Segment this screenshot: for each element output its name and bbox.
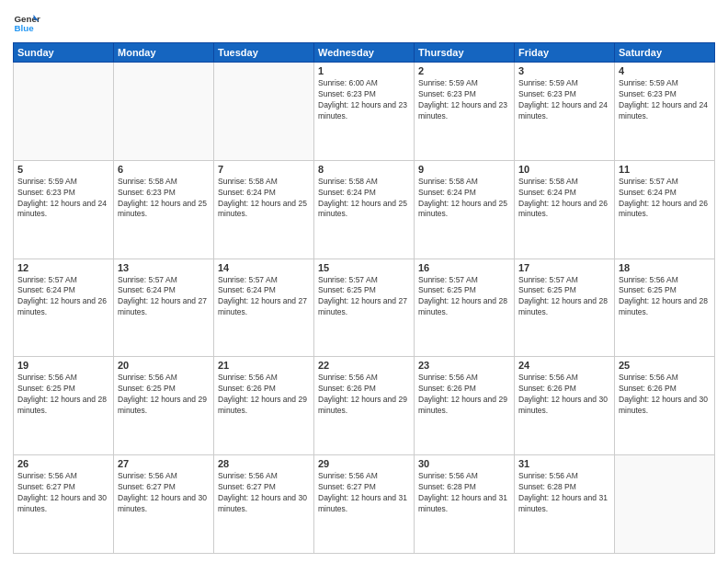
calendar-cell: 21Sunrise: 5:56 AM Sunset: 6:26 PM Dayli… [214, 357, 314, 455]
calendar-cell: 11Sunrise: 5:57 AM Sunset: 6:24 PM Dayli… [615, 160, 715, 259]
calendar-cell: 1Sunrise: 6:00 AM Sunset: 6:23 PM Daylig… [314, 63, 415, 161]
day-number: 30 [418, 458, 510, 469]
day-info: Sunrise: 5:57 AM Sunset: 6:25 PM Dayligh… [518, 275, 610, 319]
day-number: 6 [118, 164, 210, 175]
day-info: Sunrise: 5:56 AM Sunset: 6:28 PM Dayligh… [518, 471, 610, 515]
day-number: 16 [418, 262, 510, 273]
svg-text:Blue: Blue [15, 23, 35, 33]
logo: General Blue [13, 9, 40, 37]
calendar-cell [615, 455, 715, 554]
day-number: 25 [619, 360, 711, 371]
day-info: Sunrise: 5:58 AM Sunset: 6:24 PM Dayligh… [518, 177, 610, 221]
calendar-cell: 14Sunrise: 5:57 AM Sunset: 6:24 PM Dayli… [214, 259, 314, 357]
day-info: Sunrise: 5:56 AM Sunset: 6:27 PM Dayligh… [17, 471, 109, 515]
day-info: Sunrise: 5:57 AM Sunset: 6:24 PM Dayligh… [17, 275, 109, 319]
day-info: Sunrise: 5:58 AM Sunset: 6:24 PM Dayligh… [218, 177, 310, 221]
calendar-cell: 5Sunrise: 5:59 AM Sunset: 6:23 PM Daylig… [14, 160, 114, 259]
day-number: 31 [518, 458, 610, 469]
calendar-cell: 31Sunrise: 5:56 AM Sunset: 6:28 PM Dayli… [515, 455, 615, 554]
page: General Blue SundayMondayTuesdayWednesda… [0, 0, 728, 563]
calendar-cell: 18Sunrise: 5:56 AM Sunset: 6:25 PM Dayli… [615, 259, 715, 357]
calendar-cell: 26Sunrise: 5:56 AM Sunset: 6:27 PM Dayli… [14, 455, 114, 554]
day-info: Sunrise: 5:56 AM Sunset: 6:27 PM Dayligh… [218, 471, 310, 515]
calendar-cell: 30Sunrise: 5:56 AM Sunset: 6:28 PM Dayli… [415, 455, 515, 554]
day-info: Sunrise: 5:56 AM Sunset: 6:28 PM Dayligh… [418, 471, 510, 515]
day-info: Sunrise: 5:56 AM Sunset: 6:25 PM Dayligh… [619, 275, 711, 319]
calendar-cell: 12Sunrise: 5:57 AM Sunset: 6:24 PM Dayli… [14, 259, 114, 357]
day-number: 3 [518, 65, 610, 76]
day-number: 9 [418, 164, 510, 175]
day-info: Sunrise: 5:59 AM Sunset: 6:23 PM Dayligh… [418, 78, 510, 122]
day-number: 8 [318, 164, 410, 175]
day-number: 24 [518, 360, 610, 371]
calendar-cell: 3Sunrise: 5:59 AM Sunset: 6:23 PM Daylig… [515, 63, 615, 161]
logo-icon: General Blue [13, 9, 40, 37]
calendar-cell: 27Sunrise: 5:56 AM Sunset: 6:27 PM Dayli… [114, 455, 214, 554]
day-number: 13 [118, 262, 210, 273]
calendar-week-1: 1Sunrise: 6:00 AM Sunset: 6:23 PM Daylig… [14, 63, 715, 161]
calendar-week-3: 12Sunrise: 5:57 AM Sunset: 6:24 PM Dayli… [14, 259, 715, 357]
day-info: Sunrise: 5:58 AM Sunset: 6:24 PM Dayligh… [318, 177, 410, 221]
calendar-cell: 17Sunrise: 5:57 AM Sunset: 6:25 PM Dayli… [515, 259, 615, 357]
day-info: Sunrise: 5:57 AM Sunset: 6:25 PM Dayligh… [418, 275, 510, 319]
day-number: 14 [218, 262, 310, 273]
day-number: 15 [318, 262, 410, 273]
day-info: Sunrise: 6:00 AM Sunset: 6:23 PM Dayligh… [318, 78, 410, 122]
day-info: Sunrise: 5:56 AM Sunset: 6:26 PM Dayligh… [518, 373, 610, 417]
calendar-cell: 19Sunrise: 5:56 AM Sunset: 6:25 PM Dayli… [14, 357, 114, 455]
weekday-header-tuesday: Tuesday [214, 43, 314, 63]
day-info: Sunrise: 5:59 AM Sunset: 6:23 PM Dayligh… [518, 78, 610, 122]
day-info: Sunrise: 5:57 AM Sunset: 6:25 PM Dayligh… [318, 275, 410, 319]
day-number: 19 [17, 360, 109, 371]
calendar-cell: 28Sunrise: 5:56 AM Sunset: 6:27 PM Dayli… [214, 455, 314, 554]
day-number: 20 [118, 360, 210, 371]
day-number: 26 [17, 458, 109, 469]
calendar-cell: 15Sunrise: 5:57 AM Sunset: 6:25 PM Dayli… [314, 259, 415, 357]
calendar-cell: 13Sunrise: 5:57 AM Sunset: 6:24 PM Dayli… [114, 259, 214, 357]
weekday-header-saturday: Saturday [615, 43, 715, 63]
header: General Blue [13, 9, 715, 37]
day-info: Sunrise: 5:56 AM Sunset: 6:26 PM Dayligh… [218, 373, 310, 417]
calendar-cell: 10Sunrise: 5:58 AM Sunset: 6:24 PM Dayli… [515, 160, 615, 259]
calendar-cell [114, 63, 214, 161]
day-info: Sunrise: 5:59 AM Sunset: 6:23 PM Dayligh… [619, 78, 711, 122]
day-info: Sunrise: 5:59 AM Sunset: 6:23 PM Dayligh… [17, 177, 109, 221]
calendar-cell: 9Sunrise: 5:58 AM Sunset: 6:24 PM Daylig… [415, 160, 515, 259]
day-number: 4 [619, 65, 711, 76]
day-info: Sunrise: 5:58 AM Sunset: 6:23 PM Dayligh… [118, 177, 210, 221]
day-info: Sunrise: 5:56 AM Sunset: 6:25 PM Dayligh… [118, 373, 210, 417]
day-number: 12 [17, 262, 109, 273]
day-info: Sunrise: 5:56 AM Sunset: 6:27 PM Dayligh… [118, 471, 210, 515]
calendar-header-row: SundayMondayTuesdayWednesdayThursdayFrid… [14, 43, 715, 63]
day-number: 5 [17, 164, 109, 175]
day-number: 17 [518, 262, 610, 273]
svg-text:General: General [15, 14, 41, 24]
day-info: Sunrise: 5:56 AM Sunset: 6:26 PM Dayligh… [318, 373, 410, 417]
calendar-cell [14, 63, 114, 161]
calendar-cell: 20Sunrise: 5:56 AM Sunset: 6:25 PM Dayli… [114, 357, 214, 455]
day-number: 10 [518, 164, 610, 175]
calendar-cell: 22Sunrise: 5:56 AM Sunset: 6:26 PM Dayli… [314, 357, 415, 455]
calendar-cell: 4Sunrise: 5:59 AM Sunset: 6:23 PM Daylig… [615, 63, 715, 161]
day-info: Sunrise: 5:56 AM Sunset: 6:26 PM Dayligh… [418, 373, 510, 417]
day-number: 2 [418, 65, 510, 76]
calendar-cell: 29Sunrise: 5:56 AM Sunset: 6:27 PM Dayli… [314, 455, 415, 554]
calendar-cell: 16Sunrise: 5:57 AM Sunset: 6:25 PM Dayli… [415, 259, 515, 357]
day-number: 29 [318, 458, 410, 469]
calendar-week-5: 26Sunrise: 5:56 AM Sunset: 6:27 PM Dayli… [14, 455, 715, 554]
day-number: 22 [318, 360, 410, 371]
weekday-header-wednesday: Wednesday [314, 43, 415, 63]
day-number: 1 [318, 65, 410, 76]
day-info: Sunrise: 5:56 AM Sunset: 6:25 PM Dayligh… [17, 373, 109, 417]
calendar-cell: 24Sunrise: 5:56 AM Sunset: 6:26 PM Dayli… [515, 357, 615, 455]
day-number: 23 [418, 360, 510, 371]
calendar-cell: 8Sunrise: 5:58 AM Sunset: 6:24 PM Daylig… [314, 160, 415, 259]
day-info: Sunrise: 5:57 AM Sunset: 6:24 PM Dayligh… [218, 275, 310, 319]
weekday-header-monday: Monday [114, 43, 214, 63]
day-info: Sunrise: 5:56 AM Sunset: 6:26 PM Dayligh… [619, 373, 711, 417]
day-number: 18 [619, 262, 711, 273]
calendar-table: SundayMondayTuesdayWednesdayThursdayFrid… [13, 42, 715, 554]
weekday-header-sunday: Sunday [14, 43, 114, 63]
day-number: 7 [218, 164, 310, 175]
calendar-week-2: 5Sunrise: 5:59 AM Sunset: 6:23 PM Daylig… [14, 160, 715, 259]
